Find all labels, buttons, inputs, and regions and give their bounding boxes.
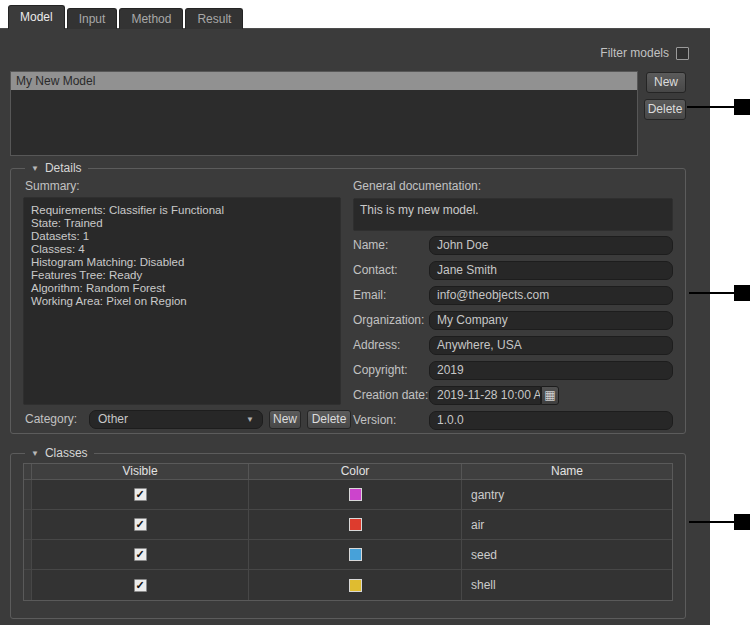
checkmark-icon: ✓ bbox=[135, 579, 144, 592]
documentation-textarea[interactable]: This is my new model. bbox=[353, 198, 673, 231]
row-header[interactable] bbox=[24, 510, 32, 540]
category-selected-value: Other bbox=[98, 412, 128, 426]
tab-input[interactable]: Input bbox=[67, 8, 118, 29]
model-list[interactable]: My New Model bbox=[10, 71, 638, 156]
visible-checkbox[interactable]: ✓ bbox=[134, 488, 147, 501]
contact-field[interactable]: Jane Smith bbox=[429, 261, 673, 280]
tab-result[interactable]: Result bbox=[185, 8, 243, 29]
organization-field[interactable]: My Company bbox=[429, 311, 673, 330]
class-name-cell[interactable]: gantry bbox=[462, 480, 672, 510]
callout-line-delete-button bbox=[687, 106, 734, 108]
address-label: Address: bbox=[353, 336, 400, 355]
new-category-button[interactable]: New bbox=[269, 410, 301, 429]
details-group-header[interactable]: ▼ Details bbox=[25, 161, 88, 176]
column-header-color[interactable]: Color bbox=[249, 464, 462, 480]
creation-date-field[interactable]: 2019-11-28 10:00 AM bbox=[429, 386, 541, 405]
contact-label: Contact: bbox=[353, 261, 398, 280]
version-label: Version: bbox=[353, 411, 396, 430]
callout-marker-delete-button bbox=[734, 99, 750, 115]
summary-label: Summary: bbox=[25, 179, 80, 193]
field-row-copyright: Copyright: 2019 bbox=[353, 361, 673, 380]
field-row-address: Address: Anywhere, USA bbox=[353, 336, 673, 355]
organization-label: Organization: bbox=[353, 311, 424, 330]
field-row-version: Version: 1.0.0 bbox=[353, 411, 673, 430]
field-row-email: Email: info@theobjects.com bbox=[353, 286, 673, 305]
visible-checkbox[interactable]: ✓ bbox=[134, 518, 147, 531]
callout-line-classes bbox=[689, 521, 734, 523]
documentation-label: General documentation: bbox=[353, 179, 481, 193]
table-corner bbox=[24, 464, 32, 480]
chevron-down-icon: ▼ bbox=[246, 412, 254, 428]
color-swatch[interactable] bbox=[349, 548, 362, 561]
row-header[interactable] bbox=[24, 570, 32, 600]
email-field[interactable]: info@theobjects.com bbox=[429, 286, 673, 305]
class-name-cell[interactable]: air bbox=[462, 510, 672, 540]
color-cell bbox=[249, 540, 462, 570]
color-swatch[interactable] bbox=[349, 488, 362, 501]
details-group-title: Details bbox=[45, 161, 82, 176]
callout-line-details bbox=[689, 292, 734, 294]
filter-models-row: Filter models bbox=[600, 46, 689, 60]
field-row-creation-date: Creation date: 2019-11-28 10:00 AM ▦ bbox=[353, 386, 673, 405]
list-item-selected[interactable]: My New Model bbox=[11, 72, 637, 90]
field-row-name: Name: John Doe bbox=[353, 236, 673, 255]
delete-model-button[interactable]: Delete bbox=[644, 99, 686, 120]
checkmark-icon: ✓ bbox=[135, 518, 144, 531]
creation-date-label: Creation date: bbox=[353, 386, 428, 405]
details-groupbox: ▼ Details Summary: Requirements: Classif… bbox=[10, 168, 686, 434]
copyright-label: Copyright: bbox=[353, 361, 408, 380]
calendar-icon[interactable]: ▦ bbox=[541, 386, 559, 405]
column-header-name[interactable]: Name bbox=[462, 464, 672, 480]
column-header-visible[interactable]: Visible bbox=[32, 464, 249, 480]
delete-category-button[interactable]: Delete bbox=[307, 410, 351, 429]
version-field[interactable]: 1.0.0 bbox=[429, 411, 673, 430]
copyright-field[interactable]: 2019 bbox=[429, 361, 673, 380]
classes-group-title: Classes bbox=[45, 446, 88, 461]
color-cell bbox=[249, 570, 462, 600]
callout-marker-classes bbox=[734, 514, 750, 530]
category-dropdown[interactable]: Other ▼ bbox=[89, 410, 263, 429]
tab-model[interactable]: Model bbox=[8, 5, 65, 29]
classes-table: Visible Color Name ✓ gantry ✓ bbox=[23, 463, 673, 601]
collapse-triangle-icon[interactable]: ▼ bbox=[31, 161, 39, 176]
color-cell bbox=[249, 510, 462, 540]
checkmark-icon: ✓ bbox=[135, 548, 144, 561]
row-header[interactable] bbox=[24, 480, 32, 510]
callout-marker-details bbox=[734, 285, 750, 301]
summary-textarea[interactable]: Requirements: Classifier is Functional S… bbox=[23, 197, 341, 405]
new-model-button[interactable]: New bbox=[646, 72, 686, 93]
classes-group-header[interactable]: ▼ Classes bbox=[25, 446, 94, 461]
category-label: Category: bbox=[25, 410, 77, 429]
visible-cell: ✓ bbox=[32, 510, 249, 540]
email-label: Email: bbox=[353, 286, 386, 305]
tab-bar: Model Input Method Result bbox=[8, 5, 245, 29]
filter-models-checkbox[interactable] bbox=[676, 47, 689, 60]
name-field[interactable]: John Doe bbox=[429, 236, 673, 255]
visible-checkbox[interactable]: ✓ bbox=[134, 548, 147, 561]
class-name-cell[interactable]: seed bbox=[462, 540, 672, 570]
color-swatch[interactable] bbox=[349, 518, 362, 531]
checkmark-icon: ✓ bbox=[135, 488, 144, 501]
row-header[interactable] bbox=[24, 540, 32, 570]
visible-cell: ✓ bbox=[32, 570, 249, 600]
model-tab-panel: Filter models My New Model New Delete ▼ … bbox=[0, 28, 710, 625]
model-properties-page: Model Input Method Result Filter models … bbox=[0, 0, 750, 625]
color-swatch[interactable] bbox=[349, 579, 362, 592]
visible-cell: ✓ bbox=[32, 480, 249, 510]
collapse-triangle-icon[interactable]: ▼ bbox=[31, 446, 39, 461]
visible-checkbox[interactable]: ✓ bbox=[134, 579, 147, 592]
classes-groupbox: ▼ Classes Visible Color Name ✓ gantry bbox=[10, 453, 686, 619]
class-name-cell[interactable]: shell bbox=[462, 570, 672, 600]
address-field[interactable]: Anywhere, USA bbox=[429, 336, 673, 355]
tab-method[interactable]: Method bbox=[119, 8, 183, 29]
visible-cell: ✓ bbox=[32, 540, 249, 570]
name-label: Name: bbox=[353, 236, 388, 255]
color-cell bbox=[249, 480, 462, 510]
field-row-contact: Contact: Jane Smith bbox=[353, 261, 673, 280]
field-row-organization: Organization: My Company bbox=[353, 311, 673, 330]
filter-models-label: Filter models bbox=[600, 46, 669, 60]
